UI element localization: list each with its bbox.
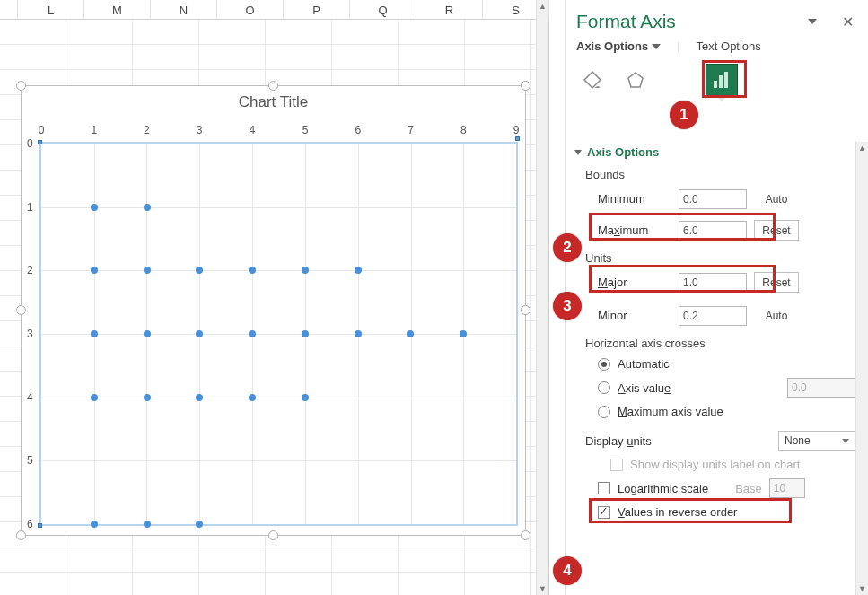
radio-icon — [598, 381, 610, 394]
embedded-chart[interactable]: Chart Title 0 1 2 3 4 5 6 7 8 9 0 1 2 3 — [21, 85, 526, 536]
panel-vertical-scrollbar[interactable]: ▲ ▼ — [855, 142, 868, 595]
spreadsheet-area: L M N O P Q R S Chart Title 0 1 2 3 4 5 … — [0, 0, 549, 595]
column-headers: L M N O P Q R S — [0, 0, 548, 20]
display-units-row: Display units None — [573, 427, 855, 454]
maximum-input[interactable] — [679, 221, 747, 241]
col-header[interactable]: O — [217, 0, 284, 20]
horizontal-axis-crosses-label: Horizontal axis crosses — [573, 329, 855, 354]
data-point[interactable] — [91, 394, 98, 401]
values-in-reverse-order-checkbox[interactable]: Values in reverse order — [573, 502, 855, 522]
annotation-callout: 4 — [553, 556, 582, 585]
fill-line-icon[interactable] — [576, 64, 609, 96]
data-point[interactable] — [144, 394, 151, 401]
chevron-down-icon — [652, 44, 661, 49]
data-point[interactable] — [196, 521, 203, 528]
tab-axis-options[interactable]: Axis Options — [576, 39, 661, 53]
data-point[interactable] — [91, 330, 98, 337]
minimum-auto-button[interactable]: Auto — [754, 188, 799, 209]
data-point[interactable] — [144, 330, 151, 337]
col-header[interactable]: L — [18, 0, 84, 20]
data-point[interactable] — [249, 267, 256, 274]
annotation-callout: 1 — [670, 101, 698, 129]
data-point[interactable] — [249, 330, 256, 337]
selection-handle-icon[interactable] — [521, 81, 530, 91]
logarithmic-scale-checkbox[interactable]: Logarithmic scale Base — [573, 475, 855, 502]
scroll-up-icon[interactable]: ▲ — [537, 0, 548, 13]
data-point[interactable] — [144, 267, 151, 274]
minimum-input[interactable] — [679, 189, 747, 209]
data-point[interactable] — [91, 521, 98, 528]
scroll-down-icon[interactable]: ▼ — [856, 582, 868, 595]
x-axis-labels: 0 1 2 3 4 5 6 7 8 9 — [41, 124, 516, 140]
bounds-label: Bounds — [573, 164, 855, 185]
selection-handle-icon[interactable] — [521, 530, 530, 540]
col-header[interactable]: R — [416, 0, 483, 20]
col-header[interactable]: M — [84, 0, 151, 20]
data-point[interactable] — [144, 204, 151, 211]
close-icon[interactable]: ✕ — [842, 13, 854, 31]
checkbox-icon — [610, 459, 623, 471]
col-header[interactable]: P — [284, 0, 350, 20]
hac-maximum-radio[interactable]: Maximum axis value — [573, 401, 855, 422]
show-display-units-label-checkbox: Show display units label on chart — [573, 454, 855, 475]
data-point[interactable] — [355, 330, 362, 337]
chevron-down-icon — [842, 439, 849, 443]
minor-row: Minor Auto — [573, 302, 855, 329]
selection-handle-icon[interactable] — [16, 530, 26, 540]
major-row: Major Reset — [573, 268, 855, 296]
minor-input[interactable] — [679, 306, 747, 326]
axis-selection-handle-icon[interactable] — [515, 136, 520, 141]
sheet-vertical-scrollbar[interactable]: ▲ ▼ — [536, 0, 548, 595]
minor-auto-button[interactable]: Auto — [754, 305, 799, 326]
panel-title: Format Axis — [576, 11, 676, 32]
selection-handle-icon[interactable] — [521, 305, 530, 315]
annotation-box — [702, 60, 747, 98]
hac-axis-value-radio[interactable]: Axis value — [573, 374, 855, 401]
col-header[interactable]: Q — [350, 0, 416, 20]
data-point[interactable] — [355, 267, 362, 274]
svg-marker-1 — [652, 44, 661, 49]
svg-marker-3 — [628, 73, 643, 87]
data-point[interactable] — [302, 330, 309, 337]
selection-handle-icon[interactable] — [16, 305, 26, 315]
data-point[interactable] — [302, 267, 309, 274]
data-point[interactable] — [144, 521, 151, 528]
data-point[interactable] — [196, 394, 203, 401]
plot-area[interactable]: 0 1 2 3 4 5 6 — [39, 142, 518, 526]
data-point[interactable] — [249, 394, 256, 401]
major-reset-button[interactable]: Reset — [754, 272, 799, 293]
effects-icon[interactable] — [619, 64, 652, 96]
scroll-up-icon[interactable]: ▲ — [856, 142, 868, 154]
hac-automatic-radio[interactable]: Automatic — [573, 354, 855, 374]
display-units-select[interactable]: None — [778, 431, 855, 451]
units-label: Units — [573, 244, 855, 268]
tab-text-options[interactable]: Text Options — [697, 39, 761, 53]
maximum-reset-button[interactable]: Reset — [754, 220, 799, 241]
maximum-row: Maximum Reset — [573, 216, 855, 244]
svg-marker-0 — [808, 19, 817, 24]
hac-axis-value-input — [787, 378, 855, 398]
format-axis-panel: Format Axis ✕ Axis Options | Text Option… — [566, 0, 868, 595]
radio-icon — [598, 358, 610, 371]
selection-handle-icon[interactable] — [268, 81, 278, 91]
annotation-callout: 3 — [553, 292, 582, 320]
minimum-row: Minimum Auto — [573, 185, 855, 213]
checkbox-icon — [598, 482, 610, 494]
major-input[interactable] — [679, 273, 747, 293]
selection-handle-icon[interactable] — [268, 530, 278, 540]
collapse-triangle-icon — [574, 150, 582, 155]
data-point[interactable] — [407, 330, 414, 337]
data-point[interactable] — [302, 394, 309, 401]
col-header[interactable]: N — [151, 0, 217, 20]
axis-options-section-header[interactable]: Axis Options — [573, 142, 855, 164]
data-point[interactable] — [91, 204, 98, 211]
panel-dropdown-icon[interactable] — [808, 19, 817, 24]
data-point[interactable] — [196, 267, 203, 274]
data-point[interactable] — [91, 267, 98, 274]
log-base-input — [769, 478, 805, 498]
data-point[interactable] — [196, 330, 203, 337]
scroll-down-icon[interactable]: ▼ — [537, 582, 548, 595]
data-point[interactable] — [460, 330, 467, 337]
checkbox-icon — [598, 506, 610, 519]
selection-handle-icon[interactable] — [16, 81, 26, 91]
